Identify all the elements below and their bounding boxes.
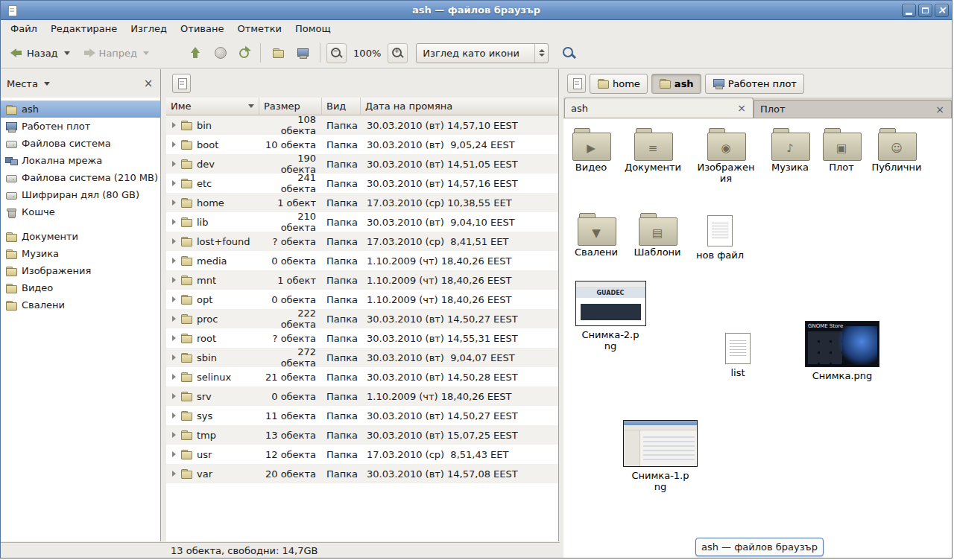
maximize-button[interactable] [918,4,932,17]
column-header-modified[interactable]: Дата на промяна [361,98,558,115]
icon-item-music[interactable]: Музика [760,127,820,173]
table-row[interactable]: tmp 13 обекта Папка 30.03.2010 (вт) 15,0… [166,425,558,445]
menu-item[interactable]: Изглед [124,20,174,38]
breadcrumb-ash[interactable]: ash [651,74,701,94]
expander-icon[interactable] [172,316,176,322]
up-button[interactable] [184,42,207,65]
icon-item-documents[interactable]: Документи [623,127,683,173]
table-row[interactable]: root ? обекта Папка 30.03.2010 (вт) 14,5… [166,328,558,348]
table-row[interactable]: proc 222 обекта Папка 30.03.2010 (вт) 14… [166,309,558,328]
icon-item-snimka2[interactable]: GUADEC Снимка-2.png [569,281,651,351]
sidebar-dropdown-icon[interactable] [44,82,50,86]
expander-icon[interactable] [172,354,176,360]
expander-icon[interactable] [172,471,176,477]
tab-ash[interactable]: ash [564,98,754,118]
icon-item-snimka[interactable]: GNOME Store Снимка.png [800,321,884,381]
table-row[interactable]: etc 241 обекта Папка 30.03.2010 (вт) 14,… [166,174,558,193]
column-header-type[interactable]: Вид [322,98,361,115]
computer-button[interactable] [291,42,314,65]
breadcrumb-desktop[interactable]: Работен плот [705,74,804,94]
expander-icon[interactable] [172,219,176,225]
combo-arrows-icon[interactable] [534,44,548,63]
sidebar-item[interactable]: Файлова система [1,135,160,152]
minimize-button[interactable] [902,4,916,17]
column-header-size[interactable]: Размер [259,98,322,115]
expander-icon[interactable] [172,393,176,399]
home-button[interactable] [267,42,289,65]
location-toggle-button[interactable] [567,74,586,93]
expander-icon[interactable] [172,238,176,244]
column-header-name[interactable]: Име [166,98,259,115]
expander-icon[interactable] [172,277,176,283]
sidebar-item[interactable]: Видео [1,279,160,296]
menu-item[interactable]: Помощ [288,20,338,38]
expander-icon[interactable] [172,141,176,147]
sidebar-close-button[interactable] [142,77,154,90]
tab-plot[interactable]: Плот [754,100,952,118]
table-row[interactable]: sbin 272 обекта Папка 30.03.2010 (вт) 9,… [166,348,558,367]
table-row[interactable]: boot 10 обекта Папка 30.03.2010 (вт) 9,0… [166,135,558,154]
view-selector[interactable]: Изглед като икони [416,43,549,63]
expander-icon[interactable] [172,200,176,206]
icon-item-images[interactable]: Изображения [695,127,757,184]
sidebar-item[interactable]: Локална мрежа [1,152,160,169]
icon-item-downloads[interactable]: Свалени [566,212,626,258]
expander-icon[interactable] [172,122,176,128]
expander-icon[interactable] [172,374,176,380]
expander-icon[interactable] [172,335,176,341]
sidebar-title[interactable]: Места [7,78,38,89]
expander-icon[interactable] [172,296,176,302]
tab-close-icon[interactable] [736,102,747,114]
table-row[interactable]: lost+found ? обекта Папка 17.03.2010 (ср… [166,232,558,251]
back-button[interactable]: Назад [5,42,75,65]
expander-icon[interactable] [172,432,176,438]
icon-item-list[interactable]: list [708,331,768,378]
tab-close-icon[interactable] [935,104,945,115]
table-row[interactable]: opt 0 обекта Папка 1.10.2009 (чт) 18,40,… [166,290,558,309]
icon-item-new-file[interactable]: нов файл [689,214,751,261]
table-row[interactable]: selinux 21 обекта Папка 30.03.2010 (вт) … [166,367,558,386]
icon-item-templates[interactable]: Шаблони [628,212,687,258]
titlebar[interactable]: ash — файлов браузър [1,1,952,20]
expander-icon[interactable] [172,413,176,419]
stop-button[interactable] [209,42,232,65]
menu-item[interactable]: Редактиране [44,20,124,38]
reload-button[interactable] [234,42,254,65]
table-row[interactable]: media 0 обекта Папка 1.10.2009 (чт) 18,4… [166,251,558,270]
table-row[interactable]: usr 12 обекта Папка 17.03.2010 (ср) 8,51… [166,445,558,464]
sidebar-item[interactable]: Документи [1,228,160,245]
menu-item[interactable]: Файл [4,20,44,38]
sidebar-item[interactable] [1,220,160,228]
sidebar-item[interactable]: ash [1,101,160,118]
table-row[interactable]: mnt 1 обект Папка 1.10.2009 (чт) 18,40,2… [166,270,558,290]
breadcrumb-home[interactable]: home [590,74,648,94]
expander-icon[interactable] [172,258,176,264]
sidebar-item[interactable]: Кошче [1,203,160,220]
expander-icon[interactable] [172,451,176,457]
table-row[interactable]: var 20 обекта Папка 30.03.2010 (вт) 14,5… [166,464,558,483]
icon-item-snimka1[interactable]: Снимка-1.png [619,420,702,492]
back-dropdown-icon[interactable] [64,51,70,55]
sidebar-item[interactable]: Свалени [1,296,160,314]
menu-item[interactable]: Отметки [230,20,288,38]
icon-item-public[interactable]: Публични [866,127,927,173]
icon-item-desktop[interactable]: Плот [812,127,871,173]
expander-icon[interactable] [172,180,176,186]
location-toggle-button[interactable] [172,74,191,93]
expander-icon[interactable] [172,161,176,167]
sidebar-item[interactable]: Работен плот [1,118,160,135]
table-row[interactable]: home 1 обект Папка 17.03.2010 (ср) 10,38… [166,193,558,212]
zoom-level[interactable]: 100% [349,48,385,59]
table-row[interactable]: srv 0 обекта Папка 1.10.2009 (чт) 18,40,… [166,386,558,406]
table-row[interactable]: bin 108 обекта Папка 30.03.2010 (вт) 14,… [166,115,558,135]
sidebar-item[interactable]: Шифриран дял (80 GB) [1,186,160,203]
close-button[interactable] [935,4,949,17]
icon-item-videos[interactable]: Видео [562,127,620,173]
sidebar-item[interactable]: Музика [1,245,160,262]
zoom-out-button[interactable] [326,43,347,63]
table-row[interactable]: dev 190 обекта Папка 30.03.2010 (вт) 14,… [166,154,558,174]
search-button[interactable] [551,42,581,65]
table-row[interactable]: lib 210 обекта Папка 30.03.2010 (вт) 9,0… [166,212,558,232]
sidebar-item[interactable]: Файлова система (210 MB) [1,169,160,186]
table-row[interactable]: sys 11 обекта Папка 30.03.2010 (вт) 14,5… [166,406,558,425]
